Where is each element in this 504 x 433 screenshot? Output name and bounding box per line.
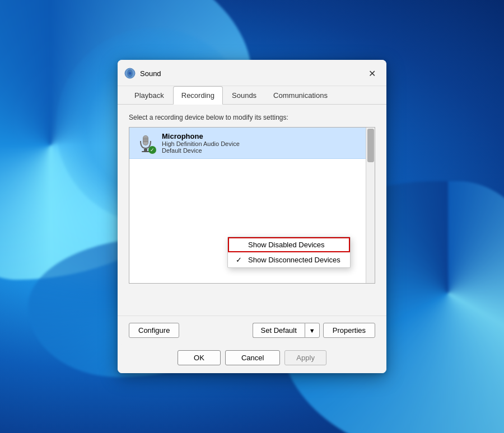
instruction-text: Select a recording device below to modif… bbox=[129, 114, 375, 121]
dialog-overlay: Sound ✕ Playback Recording Sounds Commun… bbox=[0, 0, 504, 433]
configure-button[interactable]: Configure bbox=[129, 323, 179, 338]
sound-dialog-icon bbox=[124, 68, 136, 79]
sound-dialog: Sound ✕ Playback Recording Sounds Commun… bbox=[118, 60, 386, 373]
close-button[interactable]: ✕ bbox=[364, 65, 380, 81]
context-disconnected-label: Show Disconnected Devices bbox=[248, 256, 340, 264]
tab-sounds[interactable]: Sounds bbox=[224, 86, 264, 104]
dialog-title: Sound bbox=[140, 69, 364, 78]
context-show-disabled[interactable]: Show Disabled Devices bbox=[228, 237, 350, 252]
context-show-disconnected[interactable]: ✓ Show Disconnected Devices bbox=[228, 252, 350, 267]
dialog-body: Select a recording device below to modif… bbox=[118, 105, 386, 316]
svg-rect-6 bbox=[143, 136, 148, 145]
tab-bar: Playback Recording Sounds Communications bbox=[118, 86, 386, 105]
context-menu: Show Disabled Devices ✓ Show Disconnecte… bbox=[227, 237, 351, 268]
set-default-dropdown[interactable]: ▼ bbox=[305, 323, 320, 338]
device-icon: ✓ bbox=[135, 133, 156, 154]
device-description: High Definition Audio Device bbox=[162, 140, 369, 147]
disconnected-check: ✓ bbox=[236, 256, 246, 264]
ok-button[interactable]: OK bbox=[178, 350, 221, 365]
device-status: Default Device bbox=[162, 147, 369, 154]
default-device-check: ✓ bbox=[148, 146, 156, 154]
svg-point-2 bbox=[129, 72, 132, 75]
set-default-button[interactable]: Set Default bbox=[253, 323, 305, 338]
tab-playback[interactable]: Playback bbox=[127, 86, 172, 104]
svg-rect-3 bbox=[144, 149, 147, 151]
disabled-check bbox=[236, 241, 246, 249]
device-name: Microphone bbox=[162, 132, 369, 140]
apply-button[interactable]: Apply bbox=[284, 350, 326, 365]
bottom-button-bar: OK Cancel Apply bbox=[118, 345, 386, 373]
tab-communications[interactable]: Communications bbox=[265, 86, 335, 104]
title-bar: Sound ✕ bbox=[118, 60, 386, 86]
tab-recording[interactable]: Recording bbox=[173, 86, 223, 105]
set-default-group: Set Default ▼ bbox=[253, 323, 320, 338]
dialog-footer: Configure Set Default ▼ Properties bbox=[118, 316, 386, 345]
scrollbar-thumb bbox=[367, 129, 374, 162]
device-list[interactable]: ✓ Microphone High Definition Audio Devic… bbox=[129, 127, 375, 284]
context-disabled-label: Show Disabled Devices bbox=[248, 241, 325, 249]
device-list-scrollbar[interactable] bbox=[366, 128, 375, 283]
cancel-button[interactable]: Cancel bbox=[225, 350, 280, 365]
device-item-microphone[interactable]: ✓ Microphone High Definition Audio Devic… bbox=[129, 128, 375, 159]
device-info: Microphone High Definition Audio Device … bbox=[162, 132, 369, 154]
properties-button[interactable]: Properties bbox=[323, 323, 375, 338]
